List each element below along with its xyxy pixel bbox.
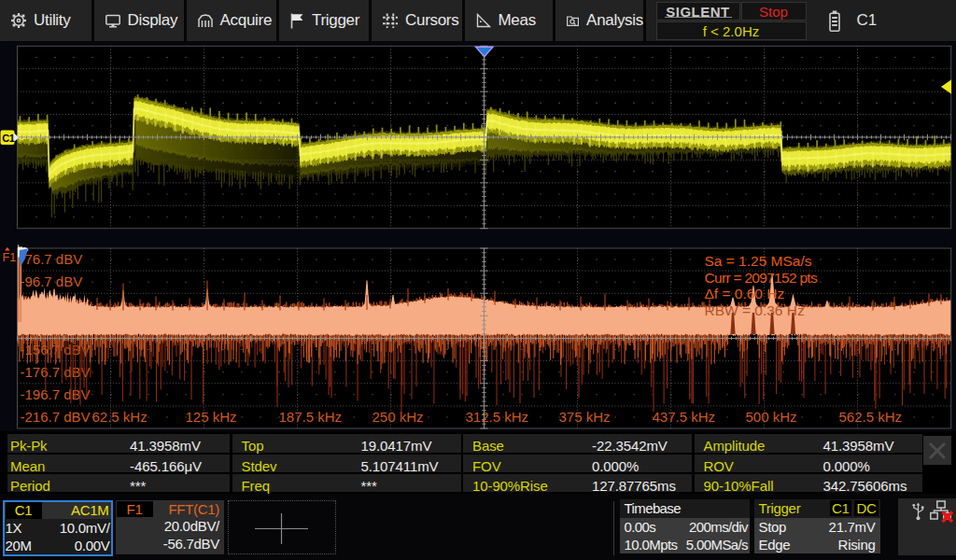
svg-text:-196.7 dBV: -196.7 dBV (21, 386, 91, 402)
svg-text:500 kHz: 500 kHz (746, 409, 797, 425)
svg-text:F1: F1 (3, 251, 17, 264)
svg-text:Δf = 0.60 Hz: Δf = 0.60 Hz (705, 286, 785, 301)
svg-text:-96.7 dBV: -96.7 dBV (21, 273, 83, 289)
svg-text:-216.7 dBV: -216.7 dBV (21, 409, 91, 425)
svg-text:250 kHz: 250 kHz (373, 409, 424, 425)
svg-text:437.5 kHz: 437.5 kHz (653, 409, 716, 425)
svg-text:125 kHz: 125 kHz (186, 409, 237, 425)
svg-text:-76.7 dBV: -76.7 dBV (21, 251, 83, 267)
svg-text:62.5 kHz: 62.5 kHz (92, 409, 148, 425)
svg-text:RBW = 0.36 Hz: RBW = 0.36 Hz (705, 302, 805, 318)
svg-text:Curr = 2097152 pts: Curr = 2097152 pts (705, 270, 818, 286)
svg-text:375 kHz: 375 kHz (559, 409, 611, 425)
svg-text:-176.7 dBV: -176.7 dBV (21, 364, 91, 380)
svg-text:562.5 kHz: 562.5 kHz (839, 409, 903, 425)
svg-text:Sa = 1.25 MSa/s: Sa = 1.25 MSa/s (705, 253, 812, 269)
svg-text:C1: C1 (2, 133, 15, 144)
svg-text:187.5 kHz: 187.5 kHz (279, 409, 343, 425)
svg-text:312.5 kHz: 312.5 kHz (466, 409, 529, 425)
